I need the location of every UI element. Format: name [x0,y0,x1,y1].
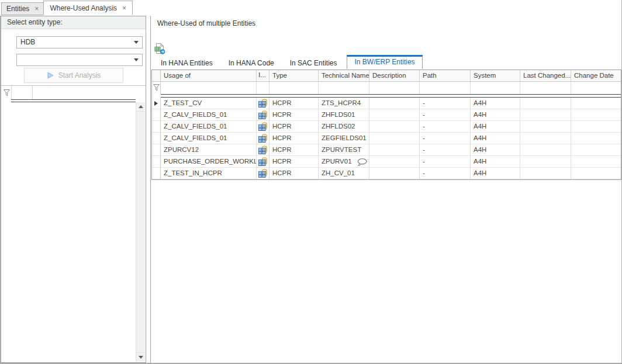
filter-technical-name[interactable] [319,82,369,94]
filter-type[interactable] [269,82,319,94]
cell-path[interactable]: - [420,168,471,179]
header-description[interactable]: Description [369,70,420,82]
cell-system[interactable]: A4H [471,168,520,179]
cell-change-date[interactable] [571,144,621,156]
cell-technical-name[interactable]: ZH_CV_01 [319,168,369,179]
cell-system[interactable]: A4H [471,144,520,156]
left-grid-scrollbar[interactable] [136,102,145,362]
close-icon[interactable]: × [34,6,39,12]
cell-change-date[interactable] [571,109,621,121]
cell-description[interactable] [369,98,420,109]
export-to-excel-button[interactable] [154,43,167,56]
cell-technical-name[interactable]: ZEGFIELDS01 [319,133,369,144]
cell-type[interactable]: HCPR [269,109,319,121]
header-path[interactable]: Path [420,70,471,82]
cell-last-changed[interactable] [520,98,571,109]
cell-path[interactable]: - [420,144,471,156]
entity-type-dropdown[interactable]: HDB [16,36,143,48]
cell-path[interactable]: - [420,109,471,121]
scroll-up-button[interactable] [136,102,145,112]
tab-in-hana-code[interactable]: In HANA Code [223,57,280,69]
start-analysis-button[interactable]: Start Analysis [24,68,123,83]
header-type[interactable]: Type [269,70,319,82]
cell-type[interactable]: HCPR [269,133,319,144]
cell-technical-name[interactable]: ZTS_HCPR4 [319,98,369,109]
cell-last-changed[interactable] [520,144,571,156]
scroll-down-button[interactable] [136,352,145,362]
table-row[interactable]: Z_TEST_IN_HCPR HCPR ZH_CV_01 [152,168,621,179]
table-row[interactable]: Z_CALV_FIELDS_01 HCPR ZEGFIE [152,133,621,144]
tab-where-used-analysis[interactable]: Where-Used Analysis × [43,1,133,15]
filter-funnel-icon[interactable] [153,84,160,92]
cell-type[interactable]: HCPR [269,144,319,156]
header-change-date[interactable]: Change Date [571,70,621,82]
filter-usage-of[interactable] [161,82,257,94]
filter-path[interactable] [420,82,471,94]
cell-technical-name[interactable]: ZPURV01 [319,156,369,168]
cell-type[interactable]: HCPR [269,156,319,168]
cell-description[interactable] [369,156,420,168]
chevron-down-icon[interactable] [134,41,139,44]
cell-technical-name[interactable]: ZPURVTEST [319,144,369,156]
cell-technical-name[interactable]: ZHFLDS02 [319,121,369,133]
cell-description[interactable] [369,144,420,156]
filter-change-date[interactable] [571,82,621,94]
table-row[interactable]: Z_TEST_CV HCPR ZTS_HCPR4 [152,98,621,109]
tab-in-sac-entities[interactable]: In SAC Entities [284,57,343,69]
filter-icon[interactable] [257,82,269,94]
tab-entities[interactable]: Entities × [1,2,44,15]
cell-change-date[interactable] [571,168,621,179]
filter-description[interactable] [369,82,420,94]
cell-usage-of[interactable]: PURCHASE_ORDER_WORKLIST [161,156,257,168]
cell-change-date[interactable] [571,133,621,144]
header-usage-of[interactable]: Usage of [161,70,257,82]
header-system[interactable]: System [471,70,520,82]
table-row[interactable]: Z_CALV_FIELDS_01 HCPR ZHFLDS [152,121,621,133]
cell-path[interactable]: - [420,156,471,168]
header-technical-name[interactable]: Technical Name [319,70,369,82]
cell-usage-of[interactable]: Z_TEST_IN_HCPR [161,168,257,179]
entity-dropdown[interactable] [16,54,143,66]
cell-change-date[interactable] [571,121,621,133]
tab-in-hana-entities[interactable]: In HANA Entities [155,57,219,69]
cell-path[interactable]: - [420,98,471,109]
cell-description[interactable] [369,133,420,144]
cell-type[interactable]: HCPR [269,168,319,179]
cell-change-date[interactable] [571,98,621,109]
cell-usage-of[interactable]: Z_CALV_FIELDS_01 [161,133,257,144]
table-row[interactable]: Z_CALV_FIELDS_01 HCPR ZHFLDS [152,109,621,121]
comment-icon[interactable] [357,158,367,166]
cell-type[interactable]: HCPR [269,121,319,133]
cell-usage-of[interactable]: Z_CALV_FIELDS_01 [161,121,257,133]
tab-in-bw-erp-entities[interactable]: In BW/ERP Entities [347,55,422,69]
table-row[interactable]: PURCHASE_ORDER_WORKLIST HCPR [152,156,621,168]
cell-last-changed[interactable] [520,109,571,121]
cell-change-date[interactable] [571,156,621,168]
cell-last-changed[interactable] [520,121,571,133]
filter-system[interactable] [471,82,520,94]
cell-system[interactable]: A4H [471,133,520,144]
header-icon[interactable]: I... [257,70,269,82]
cell-type[interactable]: HCPR [269,98,319,109]
cell-path[interactable]: - [420,121,471,133]
cell-usage-of[interactable]: Z_TEST_CV [161,98,257,109]
filter-funnel-icon[interactable] [4,89,10,99]
cell-path[interactable]: - [420,133,471,144]
table-row[interactable]: ZPURCV12 HCPR ZPURVTEST [152,144,621,156]
close-icon[interactable]: × [122,5,126,11]
cell-system[interactable]: A4H [471,156,520,168]
chevron-down-icon[interactable] [134,58,139,61]
cell-system[interactable]: A4H [471,98,520,109]
cell-description[interactable] [369,121,420,133]
cell-usage-of[interactable]: ZPURCV12 [161,144,257,156]
cell-system[interactable]: A4H [471,121,520,133]
cell-last-changed[interactable] [520,133,571,144]
cell-last-changed[interactable] [520,168,571,179]
cell-usage-of[interactable]: Z_CALV_FIELDS_01 [161,109,257,121]
cell-technical-name[interactable]: ZHFLDS01 [319,109,369,121]
header-last-changed[interactable]: Last Changed... [520,70,571,82]
filter-last-changed[interactable] [520,82,571,94]
cell-description[interactable] [369,168,420,179]
cell-last-changed[interactable] [520,156,571,168]
cell-description[interactable] [369,109,420,121]
